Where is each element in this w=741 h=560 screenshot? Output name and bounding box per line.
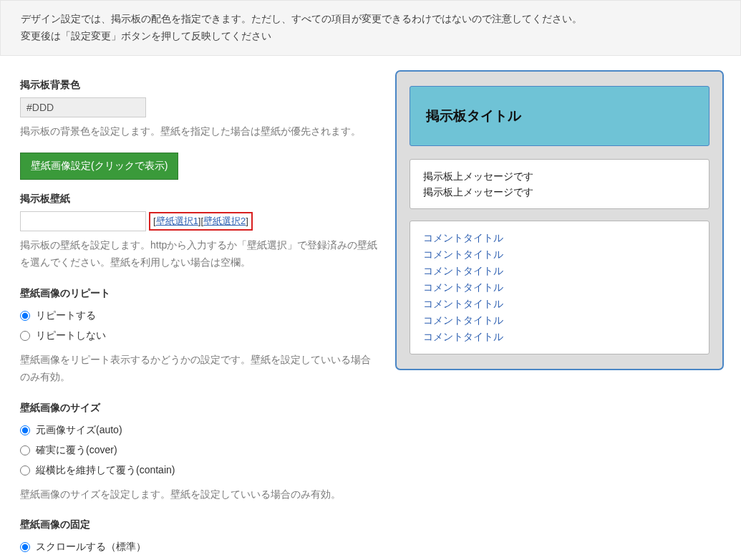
wallpaper-help: 掲示板の壁紙を設定します。httpから入力するか「壁紙選択」で登録済みの壁紙を選… (20, 237, 378, 271)
preview-comment-item: コメントタイトル (423, 263, 696, 279)
repeat-help: 壁紙画像をリピート表示するかどうかの設定です。壁紙を設定していいる場合のみ有効。 (20, 352, 378, 386)
preview-title: 掲示板タイトル (410, 86, 709, 146)
size-help: 壁紙画像のサイズを設定します。壁紙を設定していいる場合のみ有効。 (20, 486, 378, 503)
preview-message-box: 掲示板上メッセージです 掲示板上メッセージです (410, 159, 709, 210)
bgcolor-label: 掲示板背景色 (20, 79, 378, 92)
bgcolor-input[interactable] (20, 97, 146, 117)
wallpaper-label: 掲示板壁紙 (20, 193, 378, 206)
size-label: 壁紙画像のサイズ (20, 402, 378, 415)
preview-msg-line: 掲示板上メッセージです (423, 168, 696, 184)
settings-column: 掲示板背景色 掲示板の背景色を設定します。壁紙を指定した場合は壁紙が優先されます… (20, 56, 378, 560)
size-opt-cover[interactable]: 確実に覆う(cover) (20, 440, 378, 460)
wallpaper-select-box: [壁紙選択1][壁紙選択2] (149, 212, 253, 231)
wallpaper-select2-link[interactable]: 壁紙選択2 (203, 216, 246, 226)
info-line1: デザイン設定では、掲示板の配色を指定できます。ただし、すべての項目が変更できるわ… (21, 11, 720, 28)
attach-radio-scroll[interactable] (20, 542, 30, 552)
preview-msg-line: 掲示板上メッセージです (423, 184, 696, 200)
size-radio-cover[interactable] (20, 445, 30, 455)
wallpaper-input[interactable] (20, 211, 146, 231)
wallpaper-settings-button[interactable]: 壁紙画像設定(クリックで表示) (20, 153, 178, 180)
size-opt-auto[interactable]: 元画像サイズ(auto) (20, 420, 378, 440)
preview-comment-item: コメントタイトル (423, 329, 696, 345)
attach-label: 壁紙画像の固定 (20, 518, 378, 531)
info-line2: 変更後は「設定変更」ボタンを押して反映してください (21, 28, 720, 45)
info-bar: デザイン設定では、掲示板の配色を指定できます。ただし、すべての項目が変更できるわ… (0, 0, 741, 56)
preview-panel: 掲示板タイトル 掲示板上メッセージです 掲示板上メッセージです コメントタイトル… (395, 70, 724, 371)
attach-opt-scroll[interactable]: スクロールする（標準） (20, 537, 378, 557)
repeat-opt-no[interactable]: リピートしない (20, 326, 378, 346)
size-radio-auto[interactable] (20, 425, 30, 435)
preview-comments: コメントタイトル コメントタイトル コメントタイトル コメントタイトル コメント… (410, 221, 709, 354)
preview-comment-item: コメントタイトル (423, 230, 696, 246)
repeat-radio-no[interactable] (20, 331, 30, 341)
preview-comment-item: コメントタイトル (423, 296, 696, 312)
preview-comment-item: コメントタイトル (423, 246, 696, 263)
preview-column: 掲示板タイトル 掲示板上メッセージです 掲示板上メッセージです コメントタイトル… (395, 56, 741, 560)
preview-comment-item: コメントタイトル (423, 312, 696, 329)
attach-opt-fixed[interactable]: 固定する (20, 557, 378, 560)
repeat-label: 壁紙画像のリピート (20, 287, 378, 300)
preview-comment-item: コメントタイトル (423, 279, 696, 296)
size-opt-contain[interactable]: 縦横比を維持して覆う(contain) (20, 460, 378, 481)
bgcolor-help: 掲示板の背景色を設定します。壁紙を指定した場合は壁紙が優先されます。 (20, 123, 378, 140)
repeat-radio-yes[interactable] (20, 311, 30, 321)
size-radio-contain[interactable] (20, 465, 30, 475)
repeat-opt-yes[interactable]: リピートする (20, 306, 378, 326)
wallpaper-select1-link[interactable]: 壁紙選択1 (156, 216, 198, 226)
